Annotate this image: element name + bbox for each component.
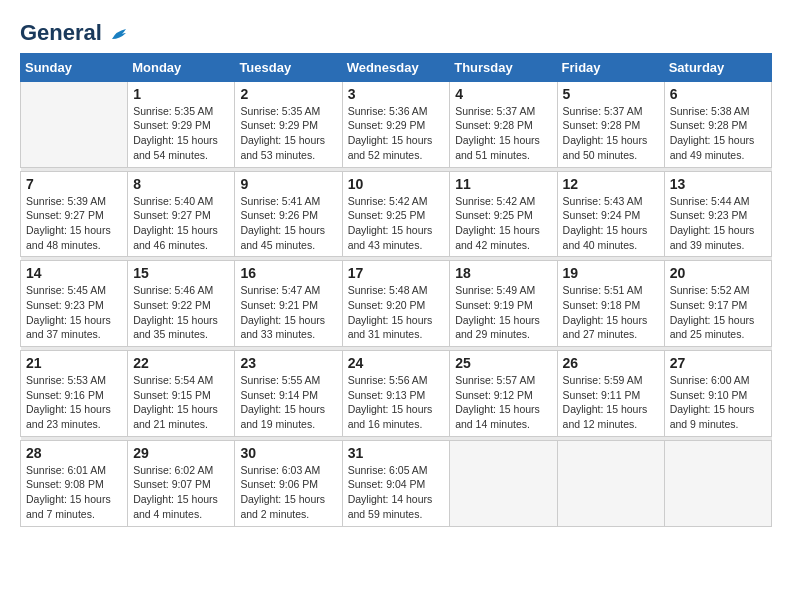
calendar-cell: [450, 440, 557, 526]
calendar-cell: 2Sunrise: 5:35 AMSunset: 9:29 PMDaylight…: [235, 81, 342, 167]
day-detail: Sunrise: 5:59 AMSunset: 9:11 PMDaylight:…: [563, 373, 659, 432]
day-number: 31: [348, 445, 445, 461]
calendar-cell: 10Sunrise: 5:42 AMSunset: 9:25 PMDayligh…: [342, 171, 450, 257]
weekday-header-sunday: Sunday: [21, 53, 128, 81]
calendar-week-row: 14Sunrise: 5:45 AMSunset: 9:23 PMDayligh…: [21, 261, 772, 347]
day-detail: Sunrise: 5:56 AMSunset: 9:13 PMDaylight:…: [348, 373, 445, 432]
weekday-header-monday: Monday: [128, 53, 235, 81]
day-detail: Sunrise: 6:00 AMSunset: 9:10 PMDaylight:…: [670, 373, 766, 432]
day-number: 22: [133, 355, 229, 371]
day-detail: Sunrise: 5:44 AMSunset: 9:23 PMDaylight:…: [670, 194, 766, 253]
calendar-cell: 29Sunrise: 6:02 AMSunset: 9:07 PMDayligh…: [128, 440, 235, 526]
weekday-header-saturday: Saturday: [664, 53, 771, 81]
calendar-cell: 27Sunrise: 6:00 AMSunset: 9:10 PMDayligh…: [664, 351, 771, 437]
day-detail: Sunrise: 5:49 AMSunset: 9:19 PMDaylight:…: [455, 283, 551, 342]
day-detail: Sunrise: 5:35 AMSunset: 9:29 PMDaylight:…: [240, 104, 336, 163]
day-detail: Sunrise: 5:53 AMSunset: 9:16 PMDaylight:…: [26, 373, 122, 432]
calendar-cell: 1Sunrise: 5:35 AMSunset: 9:29 PMDaylight…: [128, 81, 235, 167]
calendar-week-row: 1Sunrise: 5:35 AMSunset: 9:29 PMDaylight…: [21, 81, 772, 167]
day-number: 18: [455, 265, 551, 281]
calendar-cell: 18Sunrise: 5:49 AMSunset: 9:19 PMDayligh…: [450, 261, 557, 347]
calendar-cell: 25Sunrise: 5:57 AMSunset: 9:12 PMDayligh…: [450, 351, 557, 437]
day-detail: Sunrise: 5:39 AMSunset: 9:27 PMDaylight:…: [26, 194, 122, 253]
day-number: 10: [348, 176, 445, 192]
logo: General: [20, 20, 130, 43]
calendar-cell: 8Sunrise: 5:40 AMSunset: 9:27 PMDaylight…: [128, 171, 235, 257]
day-number: 13: [670, 176, 766, 192]
day-detail: Sunrise: 5:55 AMSunset: 9:14 PMDaylight:…: [240, 373, 336, 432]
day-detail: Sunrise: 5:52 AMSunset: 9:17 PMDaylight:…: [670, 283, 766, 342]
calendar-cell: 23Sunrise: 5:55 AMSunset: 9:14 PMDayligh…: [235, 351, 342, 437]
calendar-week-row: 7Sunrise: 5:39 AMSunset: 9:27 PMDaylight…: [21, 171, 772, 257]
weekday-header-wednesday: Wednesday: [342, 53, 450, 81]
calendar-cell: [21, 81, 128, 167]
day-number: 21: [26, 355, 122, 371]
day-number: 2: [240, 86, 336, 102]
calendar-week-row: 28Sunrise: 6:01 AMSunset: 9:08 PMDayligh…: [21, 440, 772, 526]
calendar-cell: 15Sunrise: 5:46 AMSunset: 9:22 PMDayligh…: [128, 261, 235, 347]
day-detail: Sunrise: 6:01 AMSunset: 9:08 PMDaylight:…: [26, 463, 122, 522]
calendar-cell: 24Sunrise: 5:56 AMSunset: 9:13 PMDayligh…: [342, 351, 450, 437]
calendar-cell: 30Sunrise: 6:03 AMSunset: 9:06 PMDayligh…: [235, 440, 342, 526]
day-number: 30: [240, 445, 336, 461]
day-detail: Sunrise: 5:46 AMSunset: 9:22 PMDaylight:…: [133, 283, 229, 342]
day-detail: Sunrise: 6:05 AMSunset: 9:04 PMDaylight:…: [348, 463, 445, 522]
logo-text: General: [20, 20, 130, 47]
calendar-cell: 21Sunrise: 5:53 AMSunset: 9:16 PMDayligh…: [21, 351, 128, 437]
day-number: 11: [455, 176, 551, 192]
calendar-cell: 3Sunrise: 5:36 AMSunset: 9:29 PMDaylight…: [342, 81, 450, 167]
calendar-cell: 31Sunrise: 6:05 AMSunset: 9:04 PMDayligh…: [342, 440, 450, 526]
calendar-cell: 5Sunrise: 5:37 AMSunset: 9:28 PMDaylight…: [557, 81, 664, 167]
calendar-cell: 7Sunrise: 5:39 AMSunset: 9:27 PMDaylight…: [21, 171, 128, 257]
day-detail: Sunrise: 5:47 AMSunset: 9:21 PMDaylight:…: [240, 283, 336, 342]
day-number: 7: [26, 176, 122, 192]
day-detail: Sunrise: 5:40 AMSunset: 9:27 PMDaylight:…: [133, 194, 229, 253]
calendar-cell: 20Sunrise: 5:52 AMSunset: 9:17 PMDayligh…: [664, 261, 771, 347]
calendar-cell: [664, 440, 771, 526]
weekday-header-friday: Friday: [557, 53, 664, 81]
calendar-cell: 12Sunrise: 5:43 AMSunset: 9:24 PMDayligh…: [557, 171, 664, 257]
calendar-cell: 22Sunrise: 5:54 AMSunset: 9:15 PMDayligh…: [128, 351, 235, 437]
day-detail: Sunrise: 5:35 AMSunset: 9:29 PMDaylight:…: [133, 104, 229, 163]
day-number: 29: [133, 445, 229, 461]
day-detail: Sunrise: 5:48 AMSunset: 9:20 PMDaylight:…: [348, 283, 445, 342]
calendar-table: SundayMondayTuesdayWednesdayThursdayFrid…: [20, 53, 772, 527]
day-number: 25: [455, 355, 551, 371]
day-detail: Sunrise: 5:38 AMSunset: 9:28 PMDaylight:…: [670, 104, 766, 163]
day-number: 8: [133, 176, 229, 192]
day-number: 16: [240, 265, 336, 281]
day-number: 20: [670, 265, 766, 281]
day-number: 14: [26, 265, 122, 281]
day-detail: Sunrise: 5:37 AMSunset: 9:28 PMDaylight:…: [455, 104, 551, 163]
calendar-cell: 13Sunrise: 5:44 AMSunset: 9:23 PMDayligh…: [664, 171, 771, 257]
calendar-cell: [557, 440, 664, 526]
weekday-header-thursday: Thursday: [450, 53, 557, 81]
day-number: 27: [670, 355, 766, 371]
calendar-week-row: 21Sunrise: 5:53 AMSunset: 9:16 PMDayligh…: [21, 351, 772, 437]
calendar-cell: 19Sunrise: 5:51 AMSunset: 9:18 PMDayligh…: [557, 261, 664, 347]
day-number: 19: [563, 265, 659, 281]
day-detail: Sunrise: 5:42 AMSunset: 9:25 PMDaylight:…: [348, 194, 445, 253]
day-detail: Sunrise: 5:45 AMSunset: 9:23 PMDaylight:…: [26, 283, 122, 342]
day-number: 24: [348, 355, 445, 371]
day-detail: Sunrise: 5:42 AMSunset: 9:25 PMDaylight:…: [455, 194, 551, 253]
day-detail: Sunrise: 5:51 AMSunset: 9:18 PMDaylight:…: [563, 283, 659, 342]
day-number: 15: [133, 265, 229, 281]
day-number: 26: [563, 355, 659, 371]
day-detail: Sunrise: 5:54 AMSunset: 9:15 PMDaylight:…: [133, 373, 229, 432]
logo-bird-icon: [108, 25, 130, 47]
day-number: 4: [455, 86, 551, 102]
calendar-cell: 17Sunrise: 5:48 AMSunset: 9:20 PMDayligh…: [342, 261, 450, 347]
calendar-cell: 9Sunrise: 5:41 AMSunset: 9:26 PMDaylight…: [235, 171, 342, 257]
weekday-header-tuesday: Tuesday: [235, 53, 342, 81]
day-number: 28: [26, 445, 122, 461]
day-detail: Sunrise: 6:02 AMSunset: 9:07 PMDaylight:…: [133, 463, 229, 522]
day-number: 6: [670, 86, 766, 102]
day-number: 9: [240, 176, 336, 192]
day-number: 5: [563, 86, 659, 102]
day-number: 3: [348, 86, 445, 102]
day-number: 1: [133, 86, 229, 102]
calendar-cell: 11Sunrise: 5:42 AMSunset: 9:25 PMDayligh…: [450, 171, 557, 257]
day-detail: Sunrise: 5:41 AMSunset: 9:26 PMDaylight:…: [240, 194, 336, 253]
weekday-header-row: SundayMondayTuesdayWednesdayThursdayFrid…: [21, 53, 772, 81]
